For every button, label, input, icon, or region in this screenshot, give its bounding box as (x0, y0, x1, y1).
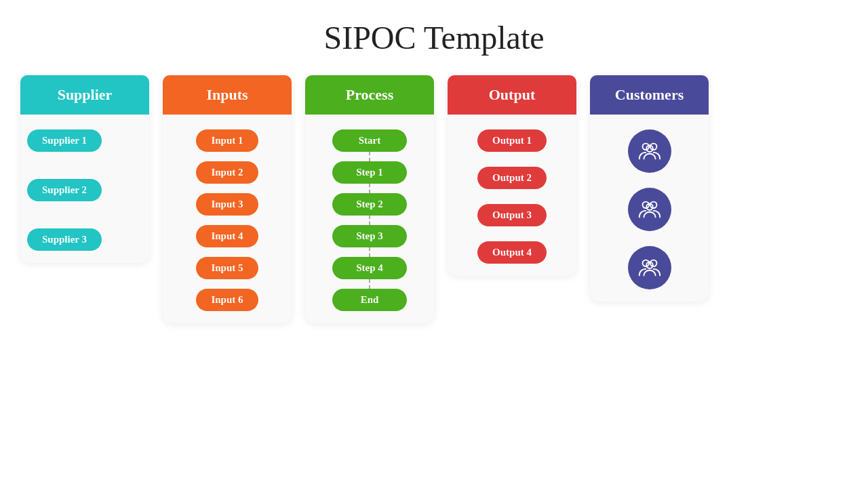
customer-icon-2 (628, 188, 671, 231)
supplier-item-2: Supplier 2 (27, 179, 102, 201)
input-item-4: Input 4 (196, 225, 258, 247)
svg-point-1 (650, 144, 656, 150)
process-header: Process (305, 75, 434, 115)
inputs-header: Inputs (163, 75, 292, 115)
output-item-3: Output 3 (477, 204, 547, 226)
svg-point-8 (646, 262, 653, 268)
supplier-item-3: Supplier 3 (27, 228, 102, 251)
output-item-1: Output 1 (477, 129, 547, 152)
svg-point-7 (650, 260, 656, 267)
process-start: Start (332, 129, 407, 152)
input-item-6: Input 6 (196, 289, 258, 311)
output-item-4: Output 4 (477, 241, 547, 264)
svg-point-3 (642, 202, 649, 209)
process-step4: Step 4 (332, 257, 407, 279)
customer-icons (590, 129, 709, 289)
customer-icon-1 (628, 129, 671, 173)
input-item-5: Input 5 (196, 257, 258, 279)
customers-header: Customers (590, 75, 709, 115)
svg-point-6 (642, 260, 649, 267)
process-items: Start Step 1 Step 2 Step 3 Step 4 End (305, 129, 434, 311)
input-item-2: Input 2 (196, 161, 258, 184)
output-column: Output Output 1 Output 2 Output 3 Output… (448, 75, 576, 276)
input-item-1: Input 1 (196, 129, 258, 152)
inputs-items: Input 1 Input 2 Input 3 Input 4 Input 5 … (163, 129, 292, 311)
connector-5 (369, 279, 370, 289)
process-end: End (332, 289, 407, 311)
customer-icon-3 (628, 246, 671, 289)
inputs-column: Inputs Input 1 Input 2 Input 3 Input 4 I… (163, 75, 292, 323)
supplier-items: Supplier 1 Supplier 2 Supplier 3 (20, 129, 149, 251)
supplier-header: Supplier (20, 75, 149, 115)
connector-3 (369, 216, 370, 225)
customers-svg-3 (637, 255, 663, 281)
output-header: Output (448, 75, 576, 115)
svg-point-5 (646, 203, 653, 210)
input-item-3: Input 3 (196, 193, 258, 216)
process-step2: Step 2 (332, 193, 407, 216)
svg-point-4 (650, 202, 656, 209)
supplier-item-1: Supplier 1 (27, 129, 102, 152)
process-step1: Step 1 (332, 161, 407, 184)
output-item-2: Output 2 (477, 167, 547, 189)
page-title: SIPOC Template (323, 19, 544, 56)
svg-point-0 (642, 144, 649, 150)
output-items: Output 1 Output 2 Output 3 Output 4 (448, 129, 576, 264)
customers-column: Customers (590, 75, 709, 302)
sipoc-diagram: Supplier Supplier 1 Supplier 2 Supplier … (20, 75, 848, 323)
connector-1 (369, 152, 370, 161)
process-step3: Step 3 (332, 225, 407, 247)
customers-svg-2 (637, 197, 663, 222)
svg-point-2 (646, 145, 653, 152)
process-column: Process Start Step 1 Step 2 Step 3 Step … (305, 75, 434, 323)
customers-svg-1 (637, 138, 663, 164)
supplier-column: Supplier Supplier 1 Supplier 2 Supplier … (20, 75, 149, 263)
connector-4 (369, 247, 370, 257)
connector-2 (369, 184, 370, 193)
